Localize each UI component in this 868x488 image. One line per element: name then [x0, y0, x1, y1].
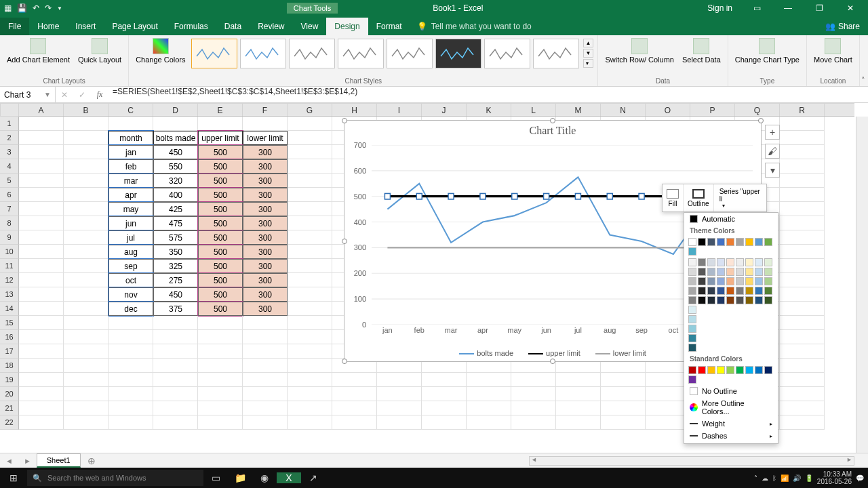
cell[interactable]: feb — [108, 159, 153, 174]
color-swatch[interactable] — [755, 238, 763, 246]
cell[interactable] — [19, 273, 64, 287]
cell[interactable] — [288, 316, 332, 330]
color-swatch[interactable] — [764, 268, 772, 276]
cell[interactable]: 500 — [198, 287, 243, 302]
cell[interactable] — [153, 117, 198, 131]
chart-style-3[interactable] — [289, 39, 335, 68]
cell[interactable] — [198, 117, 243, 131]
col-G[interactable]: G — [288, 104, 332, 116]
cell[interactable] — [780, 273, 825, 287]
sheet-nav-next[interactable]: ► — [18, 457, 37, 465]
formula-input[interactable]: =SERIES(Sheet1!$E$2,Sheet1!$C$3:$C$14,Sh… — [108, 87, 868, 102]
cell[interactable] — [19, 287, 64, 302]
bluetooth-icon[interactable]: ᛒ — [772, 474, 776, 482]
cell[interactable] — [19, 202, 64, 216]
color-swatch[interactable] — [717, 238, 725, 246]
color-swatch[interactable] — [717, 277, 725, 285]
cell[interactable]: may — [108, 202, 153, 216]
cell[interactable] — [422, 401, 467, 415]
color-swatch[interactable] — [736, 296, 744, 304]
worksheet-grid[interactable]: ABCDEFGHIJKLMNOPQR 123456789101112131415… — [0, 103, 868, 453]
row-5[interactable]: 5 — [0, 174, 19, 188]
chart-title[interactable]: Chart Title — [344, 121, 761, 141]
col-N[interactable]: N — [601, 104, 646, 116]
cell[interactable]: month — [108, 131, 153, 145]
cell[interactable]: 500 — [198, 230, 243, 245]
cell[interactable] — [64, 415, 108, 430]
cell[interactable] — [64, 230, 108, 245]
outline-weight[interactable]: Weight▸ — [684, 418, 778, 430]
cancel-formula-icon[interactable]: ✕ — [56, 90, 73, 100]
color-swatch[interactable] — [764, 258, 772, 266]
cell[interactable]: 300 — [243, 188, 288, 202]
cell[interactable] — [108, 415, 153, 430]
tab-format[interactable]: Format — [368, 18, 410, 35]
color-swatch[interactable] — [726, 296, 734, 304]
color-swatch[interactable] — [688, 306, 696, 314]
chart-object[interactable]: Chart Title 0100200300400500600700 janfe… — [344, 120, 762, 362]
cell[interactable]: 500 — [198, 273, 243, 287]
cell[interactable] — [64, 344, 108, 359]
cell[interactable]: dec — [108, 302, 153, 316]
cell[interactable] — [64, 387, 108, 401]
col-K[interactable]: K — [467, 104, 511, 116]
cell[interactable] — [153, 330, 198, 344]
color-swatch[interactable] — [698, 277, 706, 285]
color-swatch[interactable] — [698, 366, 706, 374]
cell[interactable] — [288, 344, 332, 359]
cell[interactable]: 300 — [243, 216, 288, 230]
cell[interactable]: 575 — [153, 230, 198, 245]
cell[interactable] — [153, 387, 198, 401]
cell[interactable] — [288, 330, 332, 344]
cell[interactable] — [64, 131, 108, 145]
col-I[interactable]: I — [377, 104, 422, 116]
cell[interactable] — [19, 330, 64, 344]
color-swatch[interactable] — [755, 366, 763, 374]
cell[interactable] — [780, 117, 825, 131]
tab-page-layout[interactable]: Page Layout — [104, 18, 165, 35]
chart-style-6[interactable] — [435, 39, 481, 68]
cell[interactable] — [198, 401, 243, 415]
cell[interactable] — [780, 202, 825, 216]
row-14[interactable]: 14 — [0, 302, 19, 316]
cell[interactable]: 300 — [243, 273, 288, 287]
add-chart-element-button[interactable]: Add Chart Element — [4, 37, 73, 65]
cell[interactable] — [780, 245, 825, 259]
row-10[interactable]: 10 — [0, 245, 19, 259]
color-swatch[interactable] — [688, 344, 696, 352]
collapse-ribbon-icon[interactable]: ˄ — [861, 76, 865, 85]
color-swatch[interactable] — [736, 366, 744, 374]
row-8[interactable]: 8 — [0, 216, 19, 230]
select-all-corner[interactable] — [0, 103, 19, 117]
cell[interactable] — [19, 401, 64, 415]
color-swatch[interactable] — [688, 366, 696, 374]
cell[interactable] — [780, 387, 825, 401]
color-swatch[interactable] — [688, 287, 696, 295]
cell[interactable] — [780, 174, 825, 188]
cell[interactable] — [19, 302, 64, 316]
cell[interactable] — [780, 259, 825, 273]
styles-more[interactable]: ▾ — [583, 59, 594, 68]
color-swatch[interactable] — [707, 258, 715, 266]
cell[interactable]: sep — [108, 259, 153, 273]
cell[interactable] — [332, 387, 377, 401]
color-swatch[interactable] — [745, 258, 753, 266]
col-F[interactable]: F — [243, 104, 288, 116]
color-swatch[interactable] — [688, 247, 696, 256]
cell[interactable] — [64, 287, 108, 302]
cell[interactable] — [198, 373, 243, 387]
cell[interactable]: 300 — [243, 287, 288, 302]
cell[interactable] — [288, 302, 332, 316]
col-P[interactable]: P — [690, 104, 735, 116]
col-L[interactable]: L — [511, 104, 556, 116]
cell[interactable] — [64, 273, 108, 287]
cell[interactable]: 300 — [243, 145, 288, 159]
col-D[interactable]: D — [153, 104, 198, 116]
cell[interactable] — [332, 401, 377, 415]
col-M[interactable]: M — [556, 104, 601, 116]
cell[interactable] — [64, 174, 108, 188]
color-swatch[interactable] — [764, 287, 772, 295]
undo-icon[interactable]: ↶ — [33, 3, 39, 13]
cell[interactable]: 500 — [198, 174, 243, 188]
col-H[interactable]: H — [332, 104, 377, 116]
